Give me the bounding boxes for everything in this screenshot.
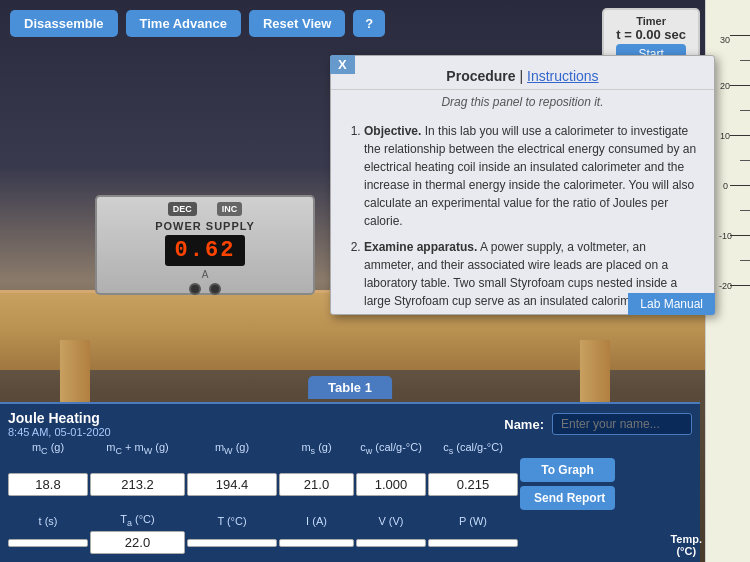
col-header-V: V (V)	[356, 515, 426, 527]
send-report-button[interactable]: Send Report	[520, 486, 615, 510]
col-header-I: I (A)	[279, 515, 354, 527]
inc-button[interactable]: INC	[217, 202, 243, 216]
cell-P	[428, 539, 518, 547]
col-header-cw: cw (cal/g-°C)	[356, 441, 426, 456]
col-header-mc-mw: mC + mW (g)	[90, 441, 185, 456]
cell-t	[8, 539, 88, 547]
power-supply-label: POWER SUPPLY	[155, 220, 255, 232]
name-section: Name:	[504, 413, 692, 435]
col-header-ta: Ta (°C)	[90, 513, 185, 528]
cell-cs: 0.215	[428, 473, 518, 496]
help-button[interactable]: ?	[353, 10, 385, 37]
table-header-row: Joule Heating 8:45 AM, 05-01-2020 Name:	[0, 404, 700, 440]
dec-button[interactable]: DEC	[168, 202, 197, 216]
time-advance-button[interactable]: Time Advance	[126, 10, 241, 37]
connector-left	[189, 283, 201, 295]
connector-right	[209, 283, 221, 295]
power-supply-unit: A	[202, 269, 209, 280]
col-header-T: T (°C)	[187, 515, 277, 527]
name-label: Name:	[504, 417, 544, 432]
table-tab[interactable]: Table 1	[308, 376, 392, 399]
col-header-mc: mC (g)	[8, 441, 88, 456]
cell-T	[187, 539, 277, 547]
cell-ta: 22.0	[90, 531, 185, 554]
cell-ms: 21.0	[279, 473, 354, 496]
cell-mc-mw: 213.2	[90, 473, 185, 496]
procedure-item-2-title: Examine apparatus.	[364, 240, 477, 254]
procedure-panel: X Procedure | Instructions Drag this pan…	[330, 55, 715, 315]
procedure-item-1: Objective. In this lab you will use a ca…	[364, 122, 699, 230]
col-header-cs: cs (cal/g-°C)	[428, 441, 518, 456]
to-graph-button[interactable]: To Graph	[520, 458, 615, 482]
toolbar: Disassemble Time Advance Reset View ?	[10, 10, 385, 37]
cell-mw: 194.4	[187, 473, 277, 496]
name-input[interactable]	[552, 413, 692, 435]
instructions-link[interactable]: Instructions	[527, 68, 599, 84]
procedure-close-button[interactable]: X	[330, 55, 355, 74]
col-header-mw: mW (g)	[187, 441, 277, 456]
reset-view-button[interactable]: Reset View	[249, 10, 345, 37]
procedure-item-1-text: In this lab you will use a calorimeter t…	[364, 124, 696, 228]
cell-V	[356, 539, 426, 547]
power-supply-display: 0.62	[165, 235, 246, 266]
lab-manual-button[interactable]: Lab Manual	[628, 293, 715, 315]
procedure-header: Procedure | Instructions	[331, 56, 714, 90]
cell-I	[279, 539, 354, 547]
data-table-container: Table 1 Joule Heating 8:45 AM, 05-01-202…	[0, 402, 700, 562]
power-supply: DEC INC POWER SUPPLY 0.62 A	[95, 195, 315, 295]
procedure-body: Objective. In this lab you will use a ca…	[331, 114, 714, 314]
col-header-ms: ms (g)	[279, 441, 354, 456]
col-header-t: t (s)	[8, 515, 88, 527]
timer-label: Timer	[616, 15, 686, 27]
procedure-subtitle: Drag this panel to reposition it.	[331, 90, 714, 114]
pipe-separator: |	[520, 68, 528, 84]
procedure-title: Procedure	[446, 68, 515, 84]
cell-mc: 18.8	[8, 473, 88, 496]
cell-cw: 1.000	[356, 473, 426, 496]
procedure-item-1-title: Objective.	[364, 124, 421, 138]
timer-value: t = 0.00 sec	[616, 27, 686, 42]
table-date: 8:45 AM, 05-01-2020	[8, 426, 111, 438]
col-header-P: P (W)	[428, 515, 518, 527]
table-title: Joule Heating	[8, 410, 111, 426]
temp-label: Temp.(°C)	[670, 533, 702, 557]
disassemble-button[interactable]: Disassemble	[10, 10, 118, 37]
